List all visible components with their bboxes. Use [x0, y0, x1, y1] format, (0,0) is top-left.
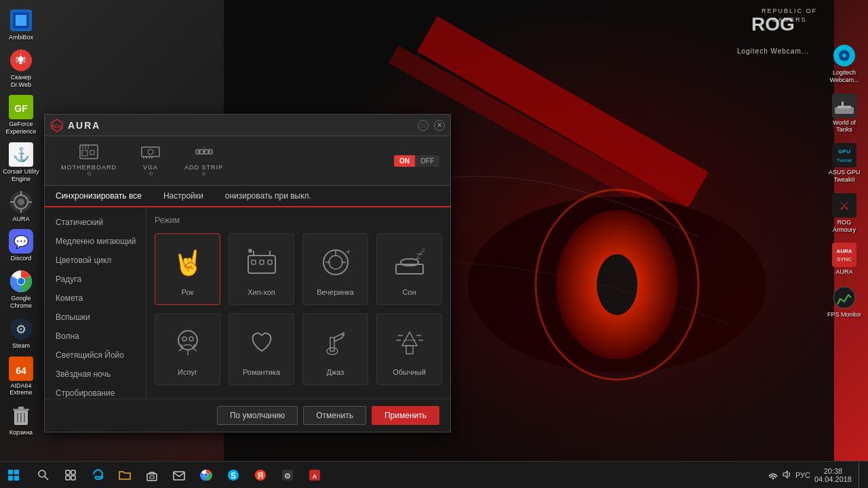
- mode-item-static[interactable]: Статический: [45, 213, 146, 232]
- svg-text:Z: Z: [422, 248, 425, 252]
- mode-item-slow-blink[interactable]: Медленно мигающий: [45, 232, 146, 251]
- svg-point-93: [178, 331, 197, 350]
- svg-text:A: A: [313, 473, 317, 480]
- desktop-icon-wot[interactable]: World ofTanks: [825, 91, 864, 137]
- desktop-icon-fps-monitor[interactable]: FPS Monitor: [825, 283, 864, 321]
- taskbar-volume-icon[interactable]: [782, 470, 791, 481]
- store-icon: [145, 468, 159, 482]
- taskbar-clock[interactable]: 20:38 04.04.2018: [814, 467, 852, 483]
- taskbar-mail[interactable]: [165, 462, 193, 489]
- taskbar-app1[interactable]: ⚙: [274, 462, 301, 489]
- svg-point-70: [198, 150, 201, 153]
- aura-window: ROG AURA □ ✕ MOTHERBOARD ⚙ VGA ⚙ +: [44, 114, 451, 432]
- taskbar-explorer[interactable]: [111, 462, 138, 489]
- toggle-on-label[interactable]: ON: [394, 155, 415, 167]
- device-tab-add-strip[interactable]: + ADD STRIP ⚙: [179, 142, 229, 180]
- toggle-button[interactable]: ON OFF: [394, 155, 439, 167]
- start-button[interactable]: [0, 462, 27, 489]
- window-restore-button[interactable]: □: [418, 120, 429, 131]
- desktop-icon-asus-gpu[interactable]: GPUTweak ASUS GPUTweakII: [825, 140, 864, 186]
- taskbar-skype[interactable]: S: [220, 462, 247, 489]
- taskbar-search[interactable]: [30, 462, 57, 489]
- music-mode-romance[interactable]: Романтика: [229, 313, 294, 385]
- taskbar-aura-tray[interactable]: A: [301, 462, 328, 489]
- romance-icon: [241, 322, 282, 363]
- desktop-icon-ambibox[interactable]: AmbiBox: [1, 5, 41, 44]
- music-mode-scared[interactable]: Испуг: [155, 313, 220, 385]
- toggle-off-label[interactable]: OFF: [415, 155, 439, 167]
- taskbar-task-view[interactable]: [57, 462, 84, 489]
- vga-indicator: ⚙: [149, 171, 153, 177]
- window-controls: □ ✕: [418, 120, 445, 131]
- svg-rect-76: [252, 260, 256, 264]
- mode-item-rainbow[interactable]: Радуга: [45, 270, 146, 289]
- vga-icon: [141, 144, 160, 163]
- taskbar-network-icon[interactable]: [768, 470, 778, 481]
- drweb-label: СканерDr.Web: [11, 74, 32, 89]
- rog-subtitle: Logitech Webcam...: [737, 47, 809, 55]
- nav-tab-sleep[interactable]: онизировать при выкл.: [214, 186, 322, 207]
- svg-rect-105: [14, 470, 19, 474]
- nav-tabs-bar: Синхронизировать все Настройки онизирова…: [45, 186, 450, 207]
- aida64-icon: 64: [9, 357, 33, 381]
- music-modes-grid: 🤘 Рок: [155, 233, 442, 385]
- mode-item-flash[interactable]: Вспышки: [45, 308, 146, 327]
- svg-rect-44: [837, 106, 851, 108]
- svg-text:GPU: GPU: [838, 148, 850, 155]
- desktop-icon-chrome[interactable]: GoogleChrome: [1, 266, 41, 312]
- rog-logo-small: ROG: [50, 119, 64, 132]
- music-mode-party[interactable]: + Вечеринка: [302, 233, 368, 305]
- taskbar-lang[interactable]: РУС: [795, 471, 810, 479]
- window-close-button[interactable]: ✕: [434, 120, 445, 131]
- desktop-icon-cam[interactable]: AURA: [1, 187, 41, 226]
- nav-tab-sync[interactable]: Синхронизировать все: [45, 186, 153, 207]
- taskbar-yandex[interactable]: Я: [247, 462, 274, 489]
- device-tab-motherboard[interactable]: MOTHERBOARD ⚙: [56, 142, 122, 180]
- chrome-taskbar-icon: [199, 468, 213, 482]
- desktop-icon-steam[interactable]: ⚙ Steam: [1, 314, 41, 352]
- on-off-toggle-group[interactable]: ON OFF: [394, 155, 439, 167]
- svg-point-41: [842, 54, 846, 58]
- mode-item-star-night[interactable]: Звёздная ночь: [45, 365, 146, 384]
- music-modes-panel: Режим 🤘 Рок: [146, 207, 450, 399]
- mode-item-shining-yoyo[interactable]: Светящийся Йойо: [45, 346, 146, 365]
- svg-point-108: [39, 470, 45, 477]
- desktop-icon-geforce[interactable]: GF GeForceExperience: [1, 92, 41, 138]
- music-mode-normal[interactable]: Обычный: [376, 313, 442, 385]
- desktop-icon-corsair[interactable]: ⚓ Corsair UtilityEngine: [1, 140, 41, 186]
- hiphop-label: Хип-хоп: [248, 288, 275, 296]
- mode-item-color-cycle[interactable]: Цветовой цикл: [45, 251, 146, 270]
- trash-icon: [9, 403, 33, 428]
- normal-label: Обычный: [393, 368, 426, 376]
- desktop-icon-aida64[interactable]: 64 AIDA64Extreme: [1, 354, 41, 400]
- svg-point-72: [208, 150, 210, 153]
- desktop-icon-drweb[interactable]: 🕷 СканерDr.Web: [1, 45, 41, 92]
- music-mode-hiphop[interactable]: Хип-хоп: [229, 233, 294, 305]
- svg-text:⚔: ⚔: [839, 199, 850, 213]
- geforce-icon: GF: [9, 95, 33, 119]
- taskbar-show-desktop[interactable]: [859, 463, 863, 487]
- desktop-icon-rog-armoury[interactable]: ⚔ ROG Armoury: [825, 190, 864, 237]
- desktop-icon-discord[interactable]: 💬 Discord: [1, 226, 41, 265]
- add-strip-label: ADD STRIP: [184, 164, 223, 171]
- taskbar-store[interactable]: [138, 462, 165, 489]
- music-mode-rock[interactable]: 🤘 Рок: [155, 233, 220, 305]
- default-button[interactable]: По умолчанию: [217, 406, 298, 425]
- apply-button[interactable]: Применить: [372, 406, 439, 425]
- device-tab-vga[interactable]: VGA ⚙: [136, 142, 165, 180]
- desktop-icon-trash[interactable]: Корзина: [1, 401, 41, 439]
- nav-tab-settings[interactable]: Настройки: [153, 186, 214, 207]
- mode-item-comet[interactable]: Комета: [45, 289, 146, 308]
- mode-item-strobing[interactable]: Стробирование: [45, 384, 146, 399]
- taskbar-edge[interactable]: [84, 462, 111, 489]
- cancel-button[interactable]: Отменить: [303, 406, 366, 425]
- desktop-icon-aura-app[interactable]: AURASYNC AURA: [825, 240, 864, 279]
- mode-item-wave[interactable]: Волна: [45, 327, 146, 346]
- bottom-action-bar: По умолчанию Отменить Применить: [45, 399, 450, 432]
- music-mode-sleep[interactable]: Z Z Z Сон: [376, 233, 442, 305]
- taskbar-chrome[interactable]: [193, 462, 220, 489]
- volume-icon: [782, 470, 791, 479]
- svg-rect-63: [142, 147, 159, 157]
- music-mode-jazz[interactable]: Джаз: [302, 313, 368, 385]
- desktop-icon-logitech[interactable]: LogitechWebcam...: [825, 41, 864, 87]
